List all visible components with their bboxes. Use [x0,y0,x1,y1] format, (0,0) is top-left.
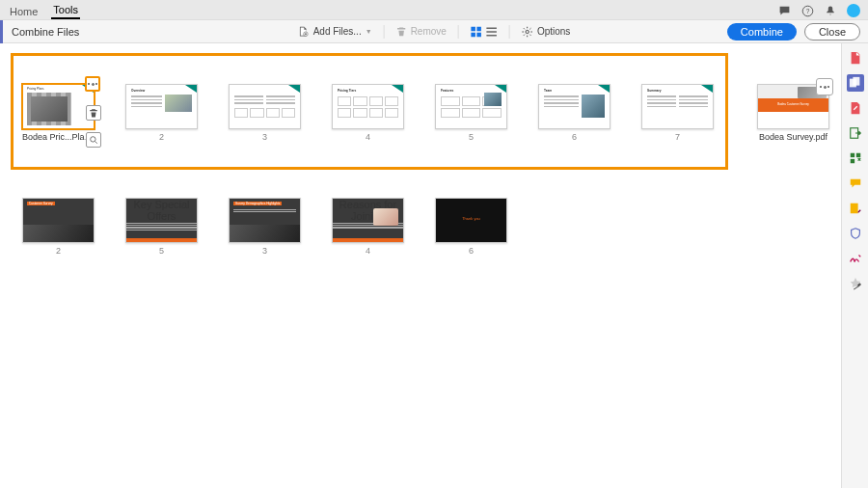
divider [384,25,385,39]
divider [458,25,459,39]
zoom-item-button[interactable] [86,132,101,148]
rail-more-tools-icon[interactable] [847,275,864,292]
trash-icon [396,26,407,37]
thumb-page-number: 7 [641,132,714,142]
expand-icon [820,86,829,89]
thumb-item[interactable]: Pricing Plans Bodea Pric...Plans.ppt [22,84,95,142]
thumb-page-number: 4 [332,132,404,142]
thumb-page: Features [435,84,507,129]
svg-point-10 [526,30,529,33]
view-list-button[interactable] [486,26,498,38]
divider [509,25,510,39]
thumb-page-number: 3 [229,132,301,142]
options-label: Options [537,26,570,37]
thumb-page: Pricing Tiers [332,84,404,129]
thumb-page-number: 6 [435,246,507,256]
svg-rect-9 [487,35,498,37]
thumb-page-number: 6 [538,132,610,142]
thumb-page: Reasons for Joining [332,198,404,243]
thumb-page: Team [538,84,610,129]
expand-pages-button[interactable] [85,76,100,92]
view-grid-button[interactable] [471,26,482,38]
thumb-page: Key Special Offers [125,198,198,243]
thumb-page: Pricing Plans [22,84,95,129]
thumb-page: Customer Survey [22,198,95,243]
svg-rect-7 [487,27,498,29]
thumbnail-canvas[interactable]: Pricing Plans Bodea Pric...Plans.ppt Ove… [0,43,841,488]
caret-down-icon: ▼ [366,28,372,35]
magnify-icon [89,135,98,145]
help-icon[interactable]: ? [800,4,814,17]
delete-item-button[interactable] [86,105,101,121]
rail-organize-icon[interactable] [847,149,864,167]
svg-rect-4 [477,26,482,31]
gear-icon [522,26,533,38]
thumb-item[interactable]: Summary 7 [641,84,714,142]
trash-icon [89,108,98,118]
thumb-item[interactable]: Survey Demographics Highlights 3 [229,198,301,256]
thumb-page-number: 5 [435,132,507,142]
options-button[interactable]: Options [522,26,570,38]
bell-icon[interactable] [824,4,837,17]
rail-fill-sign-icon[interactable] [847,200,864,217]
tool-accent [0,20,3,44]
thumb-page-number: 4 [332,246,404,256]
svg-rect-18 [850,203,857,214]
right-tool-rail [841,43,868,488]
rail-combine-icon[interactable] [847,74,864,92]
thumb-item[interactable]: Thank you 6 [435,198,507,256]
tab-home[interactable]: Home [8,3,40,19]
svg-rect-3 [472,26,476,31]
thumb-page-number: 5 [125,246,198,256]
tool-title: Combine Files [12,26,79,38]
thumb-item[interactable]: Overview 2 [125,84,198,142]
tab-tools[interactable]: Tools [51,1,80,19]
expand-icon [88,83,97,86]
thumb-page-number: 2 [125,132,198,142]
svg-rect-6 [477,32,482,37]
thumb-item[interactable]: 3 [229,84,301,142]
avatar[interactable] [847,4,860,17]
thumb-item[interactable]: Key Special Offers 5 [125,198,198,256]
svg-rect-17 [850,159,854,163]
svg-rect-16 [855,153,859,157]
svg-rect-15 [850,153,854,157]
rail-edit-pdf-icon[interactable] [847,99,864,117]
add-file-icon [298,26,310,38]
rail-sign-icon[interactable] [847,250,864,267]
svg-point-11 [91,137,95,142]
close-button[interactable]: Close [804,23,860,41]
combine-button[interactable]: Combine [727,23,797,41]
add-files-button[interactable]: Add Files... ▼ [298,26,372,38]
svg-text:?: ? [805,7,809,14]
notifications-chat-icon[interactable] [777,4,791,17]
thumb-page-number: 3 [229,246,301,256]
thumb-item[interactable]: Customer Survey 2 [22,198,95,256]
rail-export-pdf-icon[interactable] [847,124,864,142]
thumb-caption: Bodea Pric...Plans.ppt [22,132,95,142]
remove-button[interactable]: Remove [396,26,447,37]
thumb-item[interactable]: Team 6 [538,84,610,142]
thumb-caption: Bodea Survey.pdf [757,132,829,142]
add-files-label: Add Files... [313,26,362,37]
svg-rect-8 [487,31,498,33]
rail-comment-icon[interactable] [847,175,864,192]
thumb-item[interactable]: Features 5 [435,84,507,142]
remove-label: Remove [411,26,447,37]
thumb-page: Summary [641,84,714,129]
thumb-item[interactable]: Pricing Tiers 4 [332,84,404,142]
svg-rect-5 [472,32,476,37]
thumb-page: Overview [125,84,198,129]
rail-create-pdf-icon[interactable] [847,49,864,67]
svg-rect-13 [853,77,859,86]
thumb-page: Thank you [435,198,507,243]
thumb-item[interactable]: Reasons for Joining 4 [332,198,404,256]
thumb-page-number: 2 [22,246,95,256]
thumb-page: Survey Demographics Highlights [229,198,301,243]
rail-protect-icon[interactable] [847,225,864,242]
toolbar: Combine Files Add Files... ▼ Remove Opti… [0,19,868,43]
app-tabs-bar: Home Tools ? [0,0,868,19]
expand-pages-button[interactable] [816,78,833,95]
thumb-page [229,84,301,129]
